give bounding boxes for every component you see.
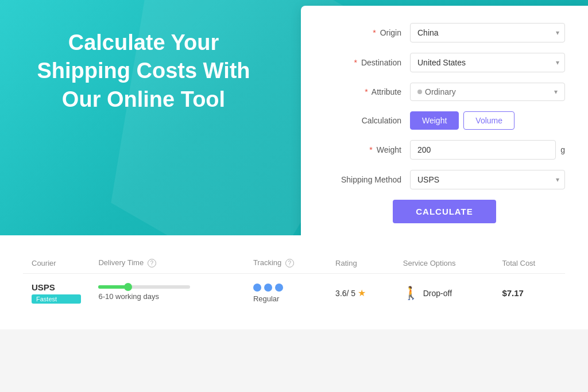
origin-select-wrapper: China ▾	[410, 23, 565, 42]
destination-row: * Destination United States ▾	[324, 53, 565, 72]
hero-section: Calculate Your Shipping Costs With Our O…	[0, 0, 588, 235]
weight-toggle-button[interactable]: Weight	[410, 111, 459, 130]
attribute-field[interactable]: Ordinary ▾	[410, 83, 565, 101]
results-table: Courier Delivery Time ? Tracking ? Ratin…	[23, 253, 565, 312]
tracking-dot-3	[275, 284, 283, 292]
attribute-label: * Attribute	[324, 87, 410, 96]
total-cost-cell: $7.17	[493, 274, 565, 313]
delivery-bar	[98, 285, 190, 289]
rating-value: 3.6/ 5 ★	[335, 289, 366, 298]
hero-text-block: Calculate Your Shipping Costs With Our O…	[34, 29, 253, 114]
shipping-method-select[interactable]: USPS	[410, 170, 565, 189]
hero-title: Calculate Your Shipping Costs With Our O…	[34, 29, 253, 114]
delivery-days: 6-10 working days	[98, 292, 235, 301]
tracking-dot-2	[264, 284, 272, 292]
attribute-tag: Ordinary	[417, 87, 456, 96]
calculator-card: * Origin China ▾ * Destination United St…	[301, 6, 588, 235]
weight-unit-label: g	[560, 145, 565, 154]
destination-select-wrapper: United States ▾	[410, 53, 565, 72]
origin-row: * Origin China ▾	[324, 23, 565, 42]
star-icon: ★	[358, 288, 366, 298]
origin-select[interactable]: China	[410, 23, 565, 42]
weight-label: * Weight	[324, 145, 410, 154]
service-options-cell: 🚶 Drop-off	[394, 274, 494, 313]
destination-label: * Destination	[324, 58, 410, 67]
courier-cell: USPS Fastest	[23, 274, 90, 313]
service-option-label: Drop-off	[423, 289, 452, 298]
destination-select[interactable]: United States	[410, 53, 565, 72]
rating-column-header: Rating	[327, 253, 394, 274]
attribute-chevron-icon: ▾	[554, 88, 558, 96]
fastest-badge: Fastest	[32, 294, 81, 304]
tracking-type: Regular	[253, 294, 280, 303]
delivery-time-info-icon[interactable]: ?	[148, 259, 156, 267]
total-cost-column-header: Total Cost	[493, 253, 565, 274]
delivery-time-cell: 6-10 working days	[90, 274, 244, 313]
attribute-row: * Attribute Ordinary ▾	[324, 83, 565, 101]
calculation-toggle: Weight Volume	[410, 111, 514, 130]
drop-off-person-icon: 🚶	[403, 286, 419, 301]
attribute-select-wrapper: Ordinary ▾	[410, 83, 565, 101]
rating-cell: 3.6/ 5 ★	[327, 274, 394, 313]
service-options-column-header: Service Options	[394, 253, 494, 274]
calculate-button[interactable]: CALCULATE	[393, 200, 496, 223]
attribute-dot-icon	[417, 90, 422, 94]
results-section: Courier Delivery Time ? Tracking ? Ratin…	[0, 235, 588, 329]
shipping-method-label: Shipping Method	[324, 175, 410, 184]
calculation-row: Calculation Weight Volume	[324, 111, 565, 130]
delivery-marker	[124, 283, 132, 291]
delivery-bar-fill	[98, 285, 126, 289]
total-cost-value: $7.17	[502, 288, 524, 298]
table-row: USPS Fastest 6-10 working days	[23, 274, 565, 313]
table-header-row: Courier Delivery Time ? Tracking ? Ratin…	[23, 253, 565, 274]
tracking-column-header: Tracking ?	[245, 253, 327, 274]
volume-toggle-button[interactable]: Volume	[463, 111, 514, 130]
weight-input[interactable]	[410, 140, 556, 160]
origin-label: * Origin	[324, 28, 410, 37]
weight-input-group: g	[410, 140, 565, 160]
courier-name: USPS	[32, 282, 81, 292]
tracking-dots	[253, 284, 318, 292]
tracking-cell: Regular	[245, 274, 327, 313]
tracking-dot-1	[253, 284, 261, 292]
delivery-info: 6-10 working days	[98, 285, 235, 301]
shipping-method-row: Shipping Method USPS ▾	[324, 170, 565, 189]
weight-row: * Weight g	[324, 140, 565, 160]
delivery-time-column-header: Delivery Time ?	[90, 253, 244, 274]
service-info: 🚶 Drop-off	[403, 286, 485, 301]
calculation-label: Calculation	[324, 116, 410, 125]
courier-column-header: Courier	[23, 253, 90, 274]
courier-info: USPS Fastest	[32, 282, 81, 304]
tracking-info-icon[interactable]: ?	[285, 259, 294, 267]
shipping-method-select-wrapper: USPS ▾	[410, 170, 565, 189]
